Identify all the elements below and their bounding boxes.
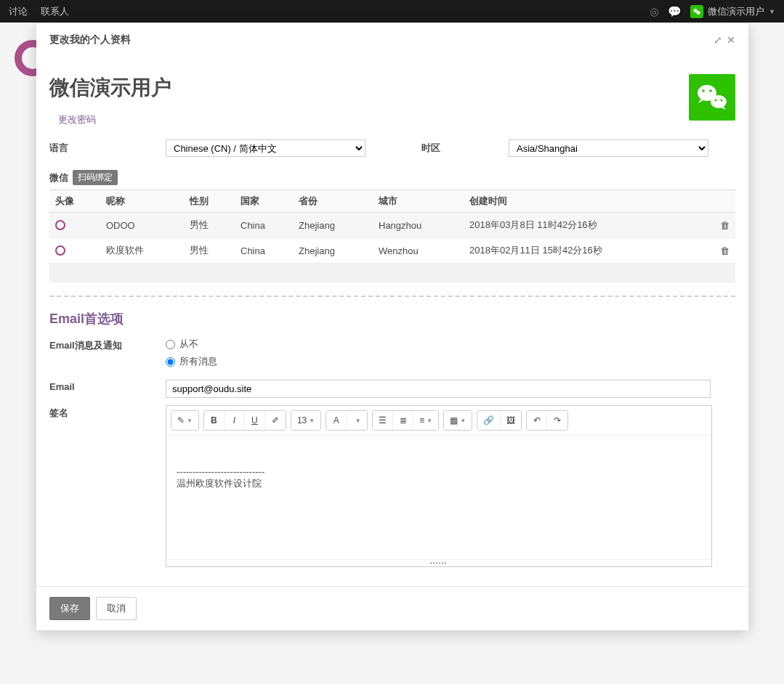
user-name: 微信演示用户 (708, 5, 764, 18)
align-dropdown[interactable]: ≡▼ (413, 411, 438, 430)
signature-separator: ---------------------------- (177, 466, 701, 477)
svg-point-7 (711, 95, 727, 108)
modal-header: 更改我的个人资料 ⤢ ✕ (36, 23, 748, 57)
bold-button[interactable]: B (204, 411, 225, 430)
svg-point-2 (695, 9, 695, 10)
cell-gender: 男性 (184, 238, 235, 264)
language-label: 语言 (49, 142, 166, 155)
nav-contacts[interactable]: 联系人 (41, 5, 69, 18)
editor-toolbar: ✎▼ B I U ✐ 13▼ A ▼ (166, 406, 711, 436)
col-province: 省份 (293, 190, 373, 213)
wechat-icon (690, 5, 703, 18)
radio-all-input[interactable] (166, 357, 175, 367)
signature-label: 签名 (49, 405, 166, 420)
radio-never[interactable]: 从不 (166, 338, 217, 351)
profile-modal: 更改我的个人资料 ⤢ ✕ 微信演示用户 更改密码 (36, 23, 748, 630)
editor-content[interactable]: ---------------------------- 温州欧度软件设计院 (166, 436, 711, 559)
undo-button[interactable]: ↶ (527, 411, 547, 430)
email-prefs-title: Email首选项 (49, 310, 735, 327)
divider (49, 296, 735, 297)
svg-point-4 (698, 12, 698, 12)
cell-nickname: 欧度软件 (100, 238, 184, 264)
delete-row-icon[interactable]: 🗑 (714, 238, 735, 264)
email-label: Email (49, 380, 166, 392)
link-button[interactable]: 🔗 (477, 411, 501, 430)
cell-created: 2018年03月8日 11时42分16秒 (464, 213, 714, 238)
user-menu[interactable]: 微信演示用户 ▼ (690, 5, 775, 18)
language-select[interactable]: Chinese (CN) / 简体中文 (166, 139, 365, 157)
svg-point-0 (694, 9, 698, 12)
table-row[interactable]: ODOO 男性 China Zhejiang Hangzhou 2018年03月… (49, 213, 735, 238)
svg-point-1 (697, 11, 700, 15)
table-dropdown[interactable]: ▦▼ (444, 411, 472, 430)
col-city: 城市 (373, 190, 464, 213)
svg-point-10 (715, 99, 717, 102)
font-size-dropdown[interactable]: 13▼ (291, 411, 320, 430)
radio-all[interactable]: 所有消息 (166, 355, 217, 368)
image-button[interactable]: 🖼 (501, 411, 521, 430)
modal-footer: 保存 取消 (36, 586, 748, 630)
cell-country: China (235, 238, 293, 264)
messages-icon[interactable]: 💬 (668, 5, 682, 18)
style-dropdown[interactable]: ✎▼ (171, 411, 198, 430)
cell-country: China (235, 213, 293, 238)
wechat-logo (689, 74, 735, 121)
cell-province: Zhejiang (293, 213, 373, 238)
delete-row-icon[interactable]: 🗑 (714, 213, 735, 238)
wechat-label: 微信 (49, 171, 68, 184)
profile-name: 微信演示用户 (49, 74, 171, 102)
svg-point-9 (709, 89, 712, 92)
col-nickname: 昵称 (100, 190, 184, 213)
svg-point-8 (702, 89, 705, 92)
chevron-down-icon: ▼ (769, 8, 775, 15)
col-country: 国家 (235, 190, 293, 213)
cell-nickname: ODOO (100, 213, 184, 238)
cell-created: 2018年02月11日 15时42分16秒 (464, 238, 714, 264)
cell-province: Zhejiang (293, 238, 373, 264)
modal-title: 更改我的个人资料 (49, 33, 131, 46)
email-input[interactable] (166, 380, 711, 398)
signature-text: 温州欧度软件设计院 (177, 477, 701, 490)
cancel-button[interactable]: 取消 (96, 597, 137, 620)
change-password-link[interactable]: 更改密码 (58, 113, 96, 126)
svg-point-5 (699, 12, 700, 12)
cell-gender: 男性 (184, 213, 235, 238)
font-color-dropdown[interactable]: ▼ (347, 411, 367, 430)
unordered-list-button[interactable]: ☰ (373, 411, 393, 430)
italic-button[interactable]: I (225, 411, 245, 430)
timezone-select[interactable]: Asia/Shanghai (509, 139, 708, 157)
col-created: 创建时间 (464, 190, 714, 213)
redo-button[interactable]: ↷ (547, 411, 567, 430)
notify-label: Email消息及通知 (49, 338, 166, 352)
cell-city: Wenzhou (373, 238, 464, 264)
underline-button[interactable]: U (245, 411, 265, 430)
save-button[interactable]: 保存 (49, 597, 90, 620)
nav-discuss[interactable]: 讨论 (9, 5, 28, 18)
wechat-table: 头像 昵称 性别 国家 省份 城市 创建时间 ODOO 男性 (49, 190, 735, 282)
svg-point-11 (721, 99, 723, 102)
col-gender: 性别 (184, 190, 235, 213)
avatar-icon (55, 245, 65, 256)
ordered-list-button[interactable]: ≣ (393, 411, 413, 430)
top-nav: 讨论 联系人 ◎ 💬 微信演示用户 ▼ (0, 0, 784, 23)
radio-never-input[interactable] (166, 340, 175, 349)
col-avatar: 头像 (49, 190, 100, 213)
signature-editor: ✎▼ B I U ✐ 13▼ A ▼ (166, 405, 712, 567)
timezone-label: 时区 (392, 142, 509, 155)
svg-point-3 (696, 9, 697, 10)
activity-icon[interactable]: ◎ (650, 5, 659, 18)
table-row[interactable]: 欧度软件 男性 China Zhejiang Wenzhou 2018年02月1… (49, 238, 735, 264)
scan-bind-button[interactable]: 扫码绑定 (73, 170, 118, 185)
avatar-icon (55, 220, 65, 230)
close-icon[interactable]: ✕ (727, 34, 735, 46)
expand-icon[interactable]: ⤢ (714, 34, 722, 46)
cell-city: Hangzhou (373, 213, 464, 238)
clear-format-button[interactable]: ✐ (265, 411, 286, 430)
resize-handle[interactable] (166, 559, 711, 566)
font-color-button[interactable]: A (326, 411, 347, 430)
